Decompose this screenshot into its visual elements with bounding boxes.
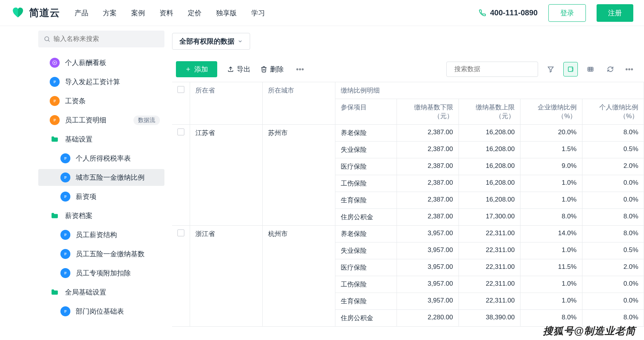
nav-item[interactable]: 资料 (159, 8, 173, 18)
header-base-min[interactable]: 缴纳基数下限（元） (397, 99, 459, 125)
scope-bar: 全部有权限的数据 (172, 31, 644, 57)
search-icon (44, 36, 50, 42)
cell-base-max: 16,208.00 (459, 158, 520, 175)
sidebar-search[interactable] (38, 31, 164, 47)
sidebar-item[interactable]: 部门岗位基础表 (38, 303, 164, 320)
export-icon (227, 66, 234, 73)
cell-item: 住房公积金 (335, 310, 397, 327)
header-pers-pct[interactable]: 个人缴纳比例（%） (582, 99, 644, 125)
cell-corp-pct: 1.0% (520, 276, 582, 293)
cell-base-max: 16,208.00 (459, 175, 520, 192)
view-table-icon[interactable] (583, 62, 598, 76)
table-row[interactable]: 江苏省苏州市养老保险2,387.0016,208.0020.0%8.0% (172, 125, 644, 142)
nav-item[interactable]: 案例 (131, 8, 145, 18)
header-base-max[interactable]: 缴纳基数上限（元） (459, 99, 520, 125)
refresh-icon[interactable] (603, 62, 618, 76)
cell-base-max: 38,390.00 (459, 310, 520, 327)
header-province[interactable]: 所在省 (190, 82, 262, 125)
cell-province: 江苏省 (190, 125, 262, 226)
plus-icon (185, 66, 191, 72)
table-row[interactable]: 浙江省杭州市养老保险3,957.0022,311.0014.0%8.0% (172, 226, 644, 242)
cell-pers-pct: 0.5% (582, 142, 644, 158)
add-button[interactable]: 添加 (176, 61, 217, 77)
header-checkbox[interactable] (172, 82, 190, 125)
sidebar-item[interactable]: 员工专项附加扣除 (38, 265, 164, 281)
cell-base-min: 3,957.00 (397, 293, 459, 310)
nav-items: 产品 方案 案例 资料 定价 独享版 学习 (75, 8, 265, 18)
more-icon[interactable]: ••• (294, 65, 306, 74)
cell-city: 杭州市 (262, 226, 335, 327)
sidebar-list: 个人薪酬看板导入发起工资计算工资条员工工资明细数据流基础设置个人所得税税率表城市… (38, 54, 164, 320)
cell-corp-pct: 14.0% (520, 226, 582, 242)
top-nav: 简道云 产品 方案 案例 资料 定价 独享版 学习 400-111-0890 登… (0, 0, 644, 26)
sidebar-search-input[interactable] (54, 35, 159, 43)
header-group: 缴纳比例明细 (335, 82, 644, 99)
cell-item: 失业保险 (335, 242, 397, 259)
nav-item[interactable]: 学习 (251, 8, 265, 18)
delete-button[interactable]: 删除 (260, 65, 284, 74)
login-button[interactable]: 登录 (548, 4, 586, 22)
sidebar-item-label: 个人薪酬看板 (65, 58, 106, 67)
data-table: 所在省 所在城市 缴纳比例明细 参保项目 缴纳基数下限（元） 缴纳基数上限（元）… (172, 82, 644, 340)
svg-line-1 (48, 40, 50, 42)
row-checkbox[interactable] (172, 226, 190, 327)
cell-city: 苏州市 (262, 125, 335, 226)
sidebar-item[interactable]: 导入发起工资计算 (38, 73, 164, 90)
data-search[interactable] (446, 62, 538, 77)
header-item[interactable]: 参保项目 (335, 99, 397, 125)
register-button[interactable]: 注册 (597, 4, 633, 22)
sidebar-item[interactable]: 工资条 (38, 93, 164, 109)
view-card-icon[interactable] (563, 62, 578, 76)
cell-base-max: 22,311.00 (459, 259, 520, 276)
sidebar-folder[interactable]: 薪资档案 (38, 207, 164, 224)
logo[interactable]: 简道云 (11, 6, 60, 20)
cell-base-min: 3,957.00 (397, 242, 459, 259)
cell-base-min: 2,387.00 (397, 209, 459, 226)
cell-pers-pct: 0.0% (582, 293, 644, 310)
cell-base-min: 2,387.00 (397, 125, 459, 142)
scope-label: 全部有权限的数据 (179, 37, 234, 46)
nav-item[interactable]: 定价 (188, 8, 202, 18)
cell-pers-pct: 8.0% (582, 310, 644, 327)
nav-item[interactable]: 独享版 (216, 8, 237, 18)
sidebar-folder[interactable]: 基础设置 (38, 131, 164, 148)
sidebar-item-label: 工资条 (65, 96, 86, 106)
cell-pers-pct: 2.0% (582, 259, 644, 276)
nav-right: 400-111-0890 登录 注册 (478, 4, 633, 22)
sidebar-item[interactable]: 薪资项 (38, 188, 164, 205)
phone[interactable]: 400-111-0890 (478, 8, 538, 17)
sidebar-item-label: 员工工资明细 (65, 116, 106, 125)
sidebar-item[interactable]: 员工五险一金缴纳基数 (38, 246, 164, 262)
export-button[interactable]: 导出 (227, 65, 250, 74)
cell-item: 医疗保险 (335, 259, 397, 276)
cell-item: 工伤保险 (335, 175, 397, 192)
filter-icon[interactable] (543, 62, 558, 76)
row-checkbox[interactable] (172, 125, 190, 226)
chevron-down-icon (237, 39, 243, 44)
sidebar-item[interactable]: 个人所得税税率表 (38, 150, 164, 167)
more-icon[interactable]: ••• (623, 65, 636, 74)
sidebar-folder[interactable]: 全局基础设置 (38, 284, 164, 301)
toolbar: 添加 导出 删除 ••• ••• (172, 57, 644, 82)
cell-pers-pct: 8.0% (582, 125, 644, 142)
main-area: 全部有权限的数据 添加 导出 删除 ••• (168, 26, 644, 340)
sidebar-item[interactable]: 员工薪资结构 (38, 226, 164, 243)
cell-base-min: 2,387.00 (397, 142, 459, 158)
cell-province: 浙江省 (190, 226, 262, 327)
scope-dropdown[interactable]: 全部有权限的数据 (172, 33, 250, 50)
sidebar-item[interactable]: 员工工资明细数据流 (38, 112, 164, 129)
cell-corp-pct: 1.0% (520, 293, 582, 310)
data-search-input[interactable] (454, 65, 535, 73)
nav-item[interactable]: 产品 (75, 8, 88, 18)
sidebar-item[interactable]: 城市五险一金缴纳比例 (38, 169, 164, 186)
header-corp-pct[interactable]: 企业缴纳比例（%） (520, 99, 582, 125)
svg-point-0 (45, 37, 49, 41)
cell-pers-pct: 8.0% (582, 226, 644, 242)
cell-item: 生育保险 (335, 192, 397, 209)
sidebar-item[interactable]: 个人薪酬看板 (38, 54, 164, 71)
cell-base-min: 2,387.00 (397, 158, 459, 175)
nav-item[interactable]: 方案 (103, 8, 117, 18)
cell-item: 医疗保险 (335, 158, 397, 175)
export-label: 导出 (237, 65, 250, 74)
header-city[interactable]: 所在城市 (262, 82, 335, 125)
